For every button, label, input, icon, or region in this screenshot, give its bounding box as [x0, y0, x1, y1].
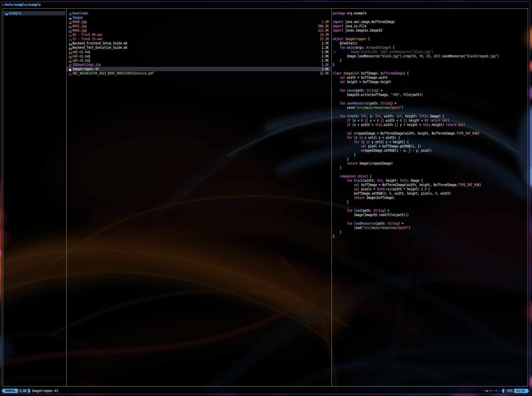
image-icon	[69, 20, 72, 23]
file-row[interactable]: Images	[72, 15, 83, 20]
file-row[interactable]: IDEAsettings.zip 5.2K	[72, 63, 329, 67]
image-icon	[69, 29, 72, 32]
code-preview-text: package org.example import java.awt.imag…	[333, 11, 499, 239]
pdf-icon	[69, 72, 72, 75]
file-row[interactable]: SBI_0032013739_2023_DE05_0003155631Invoi…	[72, 71, 329, 75]
file-size-label: 1.6K	[19, 389, 27, 393]
parent-item-label[interactable]: example	[9, 11, 21, 15]
file-row[interactable]: ImageCropper.kt 1.6K	[72, 67, 329, 71]
image-icon	[69, 25, 72, 28]
image-icon	[69, 50, 72, 54]
file-row[interactable]: cal-c1.svg 2.9K	[72, 50, 329, 54]
file-row[interactable]: cal-c3.svg 2.9K	[72, 58, 329, 63]
file-row[interactable]: Downloads	[72, 11, 88, 15]
folder-open-icon	[5, 12, 8, 15]
image-icon	[69, 55, 72, 58]
file-row[interactable]: 0031.jpg 586.3K	[72, 24, 329, 28]
mode-label: NORMAL	[5, 389, 16, 393]
headphones-icon	[69, 38, 72, 41]
permissions-label: -rw-r--r--	[483, 389, 501, 393]
markdown-icon	[69, 46, 72, 49]
file-row[interactable]: Backend_Test_Execution_Guide.md 1.3K	[72, 45, 329, 50]
file-row[interactable]: Backend_Frontend_Setup_Guide.md 1.7K	[72, 41, 329, 45]
status-filename: ImageCropper.kt	[32, 389, 58, 393]
zip-icon	[69, 63, 72, 66]
file-row[interactable]: 09 - Track 09.wav 15.3M	[72, 33, 329, 37]
folder-open-icon	[69, 16, 72, 19]
breadcrumb-path: /Data/example/example	[4, 3, 41, 7]
headphones-icon	[69, 33, 72, 36]
folder-download-icon	[69, 12, 72, 15]
progress-pill-left-cap	[502, 389, 504, 393]
file-row[interactable]: 0028.jpg 1.3M	[72, 20, 329, 24]
breadcrumb: ~/Data/example/example	[2, 3, 41, 7]
position-label: 14/15	[516, 389, 525, 393]
separator-current-preview	[332, 8, 332, 386]
file-row[interactable]: 15 - Track 15.wav 15.3M	[72, 37, 329, 41]
file-row[interactable]: cal-c2.svg 2.9K	[72, 54, 329, 58]
markdown-icon	[69, 42, 72, 45]
image-icon	[69, 59, 72, 62]
desktop-screen: ~/Data/example/example example Downloads…	[0, 0, 532, 396]
percent-label: 93%	[507, 389, 513, 393]
file-row[interactable]: 0042.jpg 212.9K	[72, 28, 329, 33]
file-icon	[69, 68, 72, 71]
separator-parent-current	[66, 8, 67, 386]
